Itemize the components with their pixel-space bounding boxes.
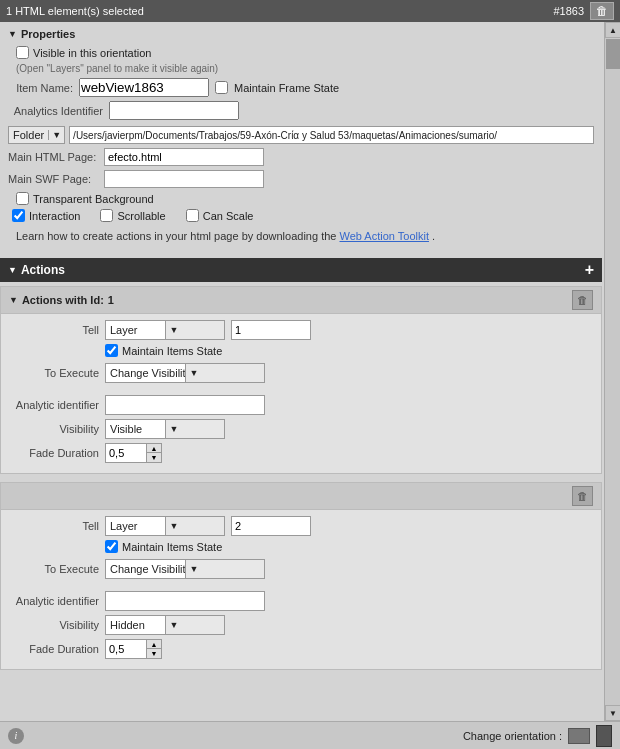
to-execute-value-2: Change Visibility	[106, 563, 185, 575]
visible-checkbox[interactable]	[16, 46, 29, 59]
scrollable-checkbox[interactable]	[100, 209, 113, 222]
fade-label-1: Fade Duration	[9, 447, 99, 459]
visibility-value-1: Visible	[106, 423, 165, 435]
analytics-id-input[interactable]	[109, 101, 239, 120]
to-execute-arrow-1: ▼	[185, 364, 265, 382]
tell-select-1[interactable]: Layer ▼	[105, 320, 225, 340]
analytic-id-row-1: Analytic identifier	[9, 395, 593, 415]
visibility-select-1[interactable]: Visible ▼	[105, 419, 225, 439]
action-group-1: ▼ Actions with Id: 1 🗑 Tell Layer ▼	[0, 286, 602, 474]
maintain-frame-label: Maintain Frame State	[234, 82, 339, 94]
analytic-id-label-1: Analytic identifier	[9, 399, 99, 411]
action-group-2-header: 🗑	[1, 483, 601, 510]
tell-select-2[interactable]: Layer ▼	[105, 516, 225, 536]
to-execute-select-2[interactable]: Change Visibility ▼	[105, 559, 265, 579]
fade-input-2[interactable]	[106, 640, 146, 658]
fade-down-btn-1[interactable]: ▼	[147, 453, 161, 462]
folder-button[interactable]: Folder ▼	[8, 126, 65, 144]
scroll-down-button[interactable]: ▼	[605, 705, 620, 721]
analytic-id-row-2: Analytic identifier	[9, 591, 593, 611]
to-execute-row-1: To Execute Change Visibility ▼	[9, 363, 593, 383]
bottom-right: Change orientation :	[463, 725, 612, 747]
tell-select-value-2: Layer	[106, 520, 165, 532]
scrollable-label: Scrollable	[117, 210, 165, 222]
actions-triangle-icon: ▼	[8, 265, 17, 275]
tell-row-2: Tell Layer ▼	[9, 516, 593, 536]
learn-text-suffix: .	[432, 230, 435, 242]
transparent-bg-row: Transparent Background	[8, 192, 594, 205]
maintain-items-checkbox-2[interactable]	[105, 540, 118, 553]
fade-input-1[interactable]	[106, 444, 146, 462]
tell-label-2: Tell	[9, 520, 99, 532]
actions-triangle-icon-1: ▼	[9, 295, 18, 305]
to-execute-value-1: Change Visibility	[106, 367, 185, 379]
maintain-frame-checkbox[interactable]	[215, 81, 228, 94]
action-group-1-header: ▼ Actions with Id: 1 🗑	[1, 287, 601, 314]
tell-select-arrow-1: ▼	[165, 321, 225, 339]
can-scale-checkbox[interactable]	[186, 209, 199, 222]
analytic-id-input-2[interactable]	[105, 591, 265, 611]
visibility-row-1: Visibility Visible ▼	[9, 419, 593, 439]
actions-label: Actions	[21, 263, 65, 277]
delete-action-group-2-button[interactable]: 🗑	[572, 486, 593, 506]
fade-row-1: Fade Duration ▲ ▼	[9, 443, 593, 463]
actions-header: ▼ Actions +	[0, 258, 602, 282]
to-execute-select-1[interactable]: Change Visibility ▼	[105, 363, 265, 383]
maintain-items-label-2: Maintain Items State	[122, 541, 222, 553]
top-bar-right: #1863 🗑	[553, 2, 614, 20]
action-group-1-body: Tell Layer ▼ Maintain Items State To Exe…	[1, 314, 601, 473]
main-area: ▼ Properties Visible in this orientation…	[0, 22, 620, 721]
fade-up-btn-2[interactable]: ▲	[147, 640, 161, 649]
visibility-value-2: Hidden	[106, 619, 165, 631]
interaction-checkbox[interactable]	[12, 209, 25, 222]
scroll-thumb[interactable]	[606, 39, 620, 69]
visible-note: (Open "Layers" panel to make it visible …	[8, 63, 594, 74]
to-execute-arrow-2: ▼	[185, 560, 265, 578]
tell-select-arrow-2: ▼	[165, 517, 225, 535]
analytic-id-input-1[interactable]	[105, 395, 265, 415]
delete-element-button[interactable]: 🗑	[590, 2, 614, 20]
visibility-label-1: Visibility	[9, 423, 99, 435]
interaction-item: Interaction	[12, 209, 80, 222]
scroll-up-button[interactable]: ▲	[605, 22, 620, 38]
bottom-bar: i Change orientation :	[0, 721, 620, 749]
fade-spinner-btns-2: ▲ ▼	[146, 640, 161, 658]
visible-checkbox-row: Visible in this orientation	[8, 46, 594, 59]
properties-header: ▼ Properties	[8, 28, 594, 40]
add-action-button[interactable]: +	[585, 262, 594, 278]
tell-input-1[interactable]	[231, 320, 311, 340]
properties-triangle-icon: ▼	[8, 29, 17, 39]
can-scale-item: Can Scale	[186, 209, 254, 222]
interaction-row: Interaction Scrollable Can Scale	[8, 209, 594, 222]
action-group-1-title: ▼ Actions with Id: 1	[9, 294, 114, 306]
item-name-label: Item Name:	[8, 82, 73, 94]
tell-input-2[interactable]	[231, 516, 311, 536]
selected-element-title: 1 HTML element(s) selected	[6, 5, 144, 17]
fade-down-btn-2[interactable]: ▼	[147, 649, 161, 658]
actions-section: ▼ Actions + ▼ Actions with Id: 1 🗑	[0, 258, 602, 670]
transparent-bg-checkbox[interactable]	[16, 192, 29, 205]
folder-row: Folder ▼ /Users/javierpm/Documents/Traba…	[8, 126, 594, 144]
to-execute-label-2: To Execute	[9, 563, 99, 575]
action-group-2-body: Tell Layer ▼ Maintain Items State To Exe…	[1, 510, 601, 669]
learn-text-prefix: Learn how to create actions in your html…	[16, 230, 336, 242]
item-name-input[interactable]	[79, 78, 209, 97]
maintain-items-checkbox-1[interactable]	[105, 344, 118, 357]
scrollbar: ▲ ▼	[604, 22, 620, 721]
folder-dropdown-arrow-icon[interactable]: ▼	[48, 130, 64, 140]
main-swf-input[interactable]	[104, 170, 264, 188]
visibility-arrow-1: ▼	[165, 420, 225, 438]
delete-action-group-1-button[interactable]: 🗑	[572, 290, 593, 310]
tell-select-value-1: Layer	[106, 324, 165, 336]
fade-up-btn-1[interactable]: ▲	[147, 444, 161, 453]
portrait-orientation-button[interactable]	[568, 728, 590, 744]
main-html-input[interactable]	[104, 148, 264, 166]
visibility-select-2[interactable]: Hidden ▼	[105, 615, 225, 635]
landscape-orientation-button[interactable]	[596, 725, 612, 747]
to-execute-row-2: To Execute Change Visibility ▼	[9, 559, 593, 579]
web-action-toolkit-link[interactable]: Web Action Toolkit	[340, 230, 429, 242]
visibility-label-2: Visibility	[9, 619, 99, 631]
maintain-row-1: Maintain Items State	[9, 344, 593, 357]
info-icon: i	[8, 728, 24, 744]
visibility-row-2: Visibility Hidden ▼	[9, 615, 593, 635]
